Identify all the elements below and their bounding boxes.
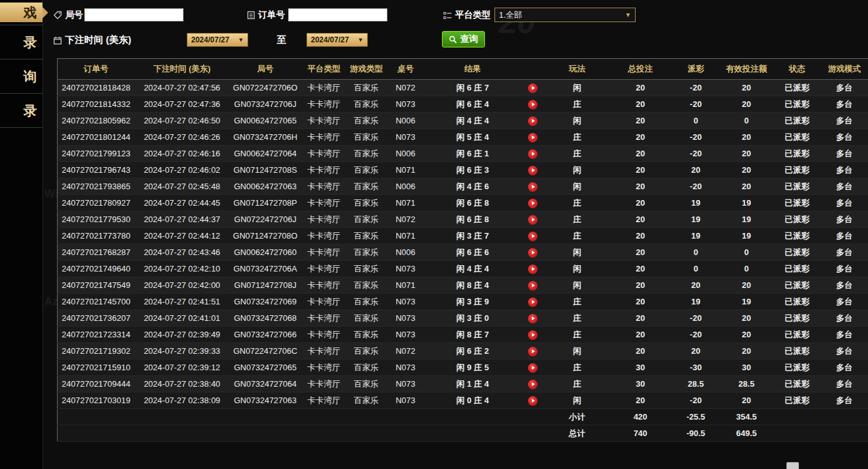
cell-result: 闲 4 庄 6 bbox=[425, 178, 520, 195]
play-result-icon[interactable] bbox=[528, 347, 538, 356]
round-number-input[interactable] bbox=[84, 8, 184, 22]
cell-payout: 20 bbox=[672, 162, 720, 178]
cell-round_id: GN0712472708J bbox=[230, 277, 301, 294]
cell-table_no: N071 bbox=[386, 277, 425, 294]
order-number-input[interactable] bbox=[288, 8, 387, 22]
cell-valid_bet: 20 bbox=[720, 80, 774, 96]
cell-platform: 卡卡湾厅 bbox=[301, 343, 347, 360]
cell-payout: -20 bbox=[672, 129, 720, 146]
play-result-icon[interactable] bbox=[528, 149, 538, 159]
cell-payout: 0 bbox=[672, 261, 720, 277]
cell-wanfa: 闲 bbox=[546, 244, 609, 261]
search-icon bbox=[449, 35, 457, 44]
play-result-icon[interactable] bbox=[528, 199, 538, 208]
cell-table_no: N073 bbox=[386, 261, 425, 277]
document-icon bbox=[247, 11, 255, 20]
cell-platform: 卡卡湾厅 bbox=[301, 80, 347, 96]
play-result-icon[interactable] bbox=[528, 380, 538, 389]
cell-status: 已派彩 bbox=[774, 162, 821, 178]
summary-payout: -90.5 bbox=[672, 425, 720, 442]
cell-result: 闲 4 庄 4 bbox=[425, 261, 520, 277]
cell-round_id: GN07324727064 bbox=[230, 376, 301, 392]
cell-result: 闲 4 庄 4 bbox=[425, 113, 520, 129]
table-row: 2407270217682872024-07-27 02:43:46GN0062… bbox=[58, 244, 868, 261]
cell-table_no: N073 bbox=[386, 310, 425, 327]
column-header-valid_bet: 有效投注额 bbox=[720, 59, 774, 80]
column-header-total_bet: 总投注 bbox=[609, 59, 672, 80]
play-result-icon[interactable] bbox=[528, 363, 538, 373]
cell-total_bet: 20 bbox=[609, 162, 672, 178]
sidebar-item-game[interactable]: 戏 bbox=[0, 0, 42, 25]
cell-total_bet: 20 bbox=[609, 310, 672, 327]
sidebar-item-query[interactable]: 询 bbox=[0, 59, 42, 94]
play-result-icon[interactable] bbox=[528, 281, 538, 291]
table-row: 2407270218184282024-07-27 02:47:56GN0722… bbox=[58, 80, 868, 96]
cell-valid_bet: 19 bbox=[720, 228, 774, 244]
cell-game_type: 百家乐 bbox=[347, 195, 386, 211]
cell-result: 闲 6 庄 2 bbox=[425, 343, 520, 360]
play-triangle bbox=[532, 300, 535, 304]
cell-status: 已派彩 bbox=[774, 327, 821, 343]
play-triangle bbox=[532, 349, 535, 353]
query-button[interactable]: 查询 bbox=[442, 31, 485, 47]
cell-result: 闲 1 庄 4 bbox=[425, 376, 520, 392]
platform-type-select[interactable]: 1.全部 ▼ bbox=[494, 8, 636, 22]
play-result-icon[interactable] bbox=[528, 232, 538, 241]
cell-result: 闲 8 庄 4 bbox=[425, 277, 520, 294]
pager-button[interactable] bbox=[786, 462, 799, 469]
cell-game_type: 百家乐 bbox=[347, 80, 386, 96]
play-result-icon[interactable] bbox=[528, 215, 538, 225]
play-result-icon[interactable] bbox=[528, 396, 538, 406]
chevron-down-icon: ▼ bbox=[358, 37, 363, 43]
table-row: 2407270217475492024-07-27 02:42:00GN0712… bbox=[58, 277, 868, 294]
play-result-icon[interactable] bbox=[528, 314, 538, 323]
cell-wanfa: 闲 bbox=[546, 343, 609, 360]
cell-valid_bet: 20 bbox=[720, 327, 774, 343]
cell-mode: 多台 bbox=[821, 146, 868, 162]
play-result-icon[interactable] bbox=[528, 248, 538, 258]
play-result-icon[interactable] bbox=[528, 133, 538, 142]
play-result-icon[interactable] bbox=[528, 84, 538, 93]
play-result-icon[interactable] bbox=[528, 182, 538, 192]
cell-order_id: 240727021768287 bbox=[58, 244, 135, 261]
cell-total_bet: 20 bbox=[609, 211, 672, 228]
cell-order_id: 240727021814332 bbox=[58, 96, 135, 113]
play-result-icon[interactable] bbox=[528, 330, 538, 340]
cell-mode: 多台 bbox=[821, 80, 868, 96]
cell-total_bet: 20 bbox=[609, 343, 672, 360]
cell-order_id: 240727021780927 bbox=[58, 195, 135, 211]
play-result-icon[interactable] bbox=[528, 297, 538, 307]
cell-mode: 多台 bbox=[821, 195, 868, 211]
play-triangle bbox=[532, 234, 535, 238]
cell-order_id: 240727021805962 bbox=[58, 113, 135, 129]
cell-table_no: N072 bbox=[386, 80, 425, 96]
sidebar-item-record-2[interactable]: 录 bbox=[0, 94, 42, 128]
cell-game_type: 百家乐 bbox=[347, 228, 386, 244]
cell-table_no: N071 bbox=[386, 195, 425, 211]
cell-bet_time: 2024-07-27 02:38:09 bbox=[135, 392, 230, 409]
cell-mode: 多台 bbox=[821, 277, 868, 294]
cell-bet_time: 2024-07-27 02:46:02 bbox=[135, 162, 230, 178]
sidebar-item-record-1[interactable]: 录 bbox=[0, 25, 42, 59]
cell-table_no: N006 bbox=[386, 146, 425, 162]
sidebar: 戏 录 询 录 bbox=[0, 0, 43, 469]
cell-round_id: GN07324727069 bbox=[230, 294, 301, 310]
play-triangle bbox=[532, 316, 535, 320]
cell-mode: 多台 bbox=[821, 261, 868, 277]
play-result-icon[interactable] bbox=[528, 116, 538, 126]
play-result-icon[interactable] bbox=[528, 100, 538, 109]
cell-table_no: N073 bbox=[386, 360, 425, 376]
play-triangle bbox=[532, 382, 535, 386]
play-result-icon[interactable] bbox=[528, 166, 538, 175]
date-from-select[interactable]: 2024/07/27 ▼ bbox=[187, 33, 248, 47]
cell-total_bet: 20 bbox=[609, 146, 672, 162]
cell-result: 闲 6 庄 3 bbox=[425, 162, 520, 178]
cell-platform: 卡卡湾厅 bbox=[301, 162, 347, 178]
cell-mode: 多台 bbox=[821, 228, 868, 244]
play-result-icon[interactable] bbox=[528, 265, 538, 274]
date-to-select[interactable]: 2024/07/27 ▼ bbox=[306, 33, 368, 47]
table-row: 2407270218143322024-07-27 02:47:36GN0732… bbox=[58, 96, 868, 113]
cell-wanfa: 庄 bbox=[546, 360, 609, 376]
cell-table_no: N073 bbox=[386, 294, 425, 310]
play-triangle bbox=[532, 284, 535, 287]
